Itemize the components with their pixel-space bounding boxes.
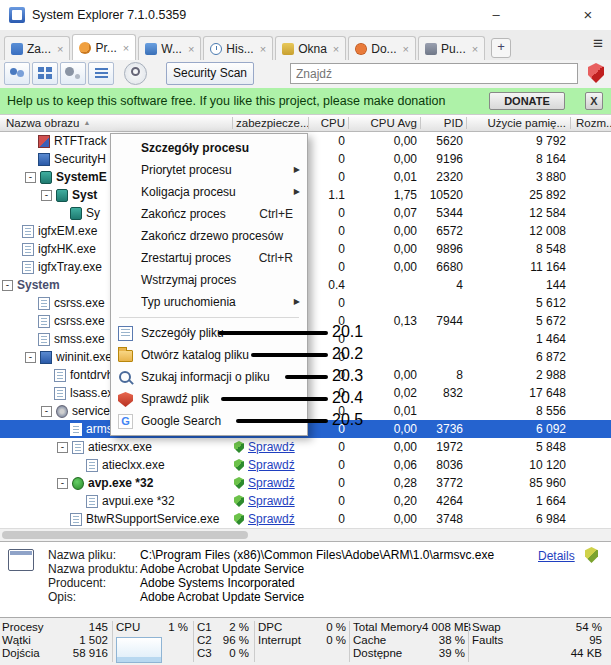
menu-item[interactable]: Szczegóły procesu	[111, 137, 307, 159]
menu-separator	[119, 317, 299, 318]
column-header-size[interactable]: Rozm...	[576, 115, 611, 131]
close-button[interactable]: ×	[565, 0, 611, 30]
process-name: Sy	[86, 206, 100, 220]
tab-close-icon[interactable]: ×	[57, 43, 63, 55]
annotation-line	[221, 397, 328, 401]
security-scan-button[interactable]: Security Scan	[166, 62, 254, 85]
tab-label: Okna	[298, 42, 327, 56]
column-header-name[interactable]: Nazwa obrazu▲	[6, 115, 90, 131]
status-value: 96 %	[223, 634, 249, 647]
tab-close-icon[interactable]: ×	[188, 43, 194, 55]
tasks-button[interactable]	[88, 62, 114, 85]
status-value: 1 %	[168, 621, 188, 634]
tree-collapse-toggle[interactable]: -	[57, 478, 68, 489]
tab-do[interactable]: Do...×	[348, 36, 416, 61]
horizontal-scrollbar[interactable]	[0, 528, 611, 541]
cell-memory: 12 584	[496, 204, 566, 222]
cell-pid: 8036	[403, 456, 463, 474]
annotation-label: 20.3	[332, 367, 363, 385]
users-button[interactable]	[4, 62, 30, 85]
tree-indent	[0, 447, 57, 448]
minimize-button[interactable]: –	[473, 0, 519, 30]
tree-indent	[0, 411, 41, 412]
status-label: Faults	[472, 634, 503, 647]
process-name: igfxHK.exe	[38, 242, 96, 256]
column-header-cpu-avg[interactable]: CPU Avg	[350, 115, 417, 131]
tab-his[interactable]: His...×	[203, 36, 273, 61]
app-red-icon	[38, 135, 50, 148]
verify-link[interactable]: Sprawdź	[248, 512, 295, 526]
column-header-cpu[interactable]: CPU	[308, 115, 345, 131]
status-separator	[112, 621, 113, 662]
process-row[interactable]: -atiesrxx.exeSprawdź00,0019725 848	[0, 438, 611, 456]
annotation-label: 20.4	[332, 389, 363, 407]
verify-link[interactable]: Sprawdź	[248, 494, 295, 508]
search-input[interactable]	[290, 63, 578, 84]
menu-item[interactable]: Priorytet procesu▶	[111, 159, 307, 181]
column-header-pid[interactable]: PID	[422, 115, 463, 131]
tab-close-icon[interactable]: ×	[403, 43, 409, 55]
tab-okna[interactable]: Okna×	[275, 36, 346, 61]
tab-close-icon[interactable]: ×	[472, 43, 478, 55]
tree-collapse-toggle[interactable]: -	[41, 190, 52, 201]
tab-pr[interactable]: Pr...×	[72, 34, 136, 61]
verify-link[interactable]: Sprawdź	[248, 440, 295, 454]
tab-close-icon[interactable]: ×	[123, 42, 129, 54]
autorun-tab-icon	[425, 43, 437, 55]
menu-item-label: Typ uruchomienia	[141, 295, 236, 309]
tab-close-icon[interactable]: ×	[333, 43, 339, 55]
app-teal-icon	[40, 171, 52, 184]
cell-cpu: 0	[295, 474, 345, 492]
donation-close-button[interactable]: X	[585, 92, 603, 110]
scrollbar-thumb[interactable]	[2, 531, 248, 539]
process-row[interactable]: atieclxx.exeSprawdź00,06803610 120	[0, 456, 611, 474]
cell-cpu: 0	[295, 510, 345, 528]
title-bar: System Explorer 7.1.0.5359 – ×	[0, 0, 611, 30]
security-cell: Sprawdź	[234, 492, 295, 510]
cell-memory: 8 556	[496, 402, 566, 420]
process-row[interactable]: BtwRSupportService.exeSprawdź00,0037486 …	[0, 510, 611, 528]
tree-collapse-toggle[interactable]: -	[25, 352, 36, 363]
column-header-security[interactable]: zabezpiecze...	[236, 115, 310, 131]
menu-item[interactable]: Wstrzymaj proces	[111, 269, 307, 291]
cell-cpu: 0	[295, 456, 345, 474]
cell-memory: 10 120	[496, 456, 566, 474]
status-label: Procesy	[2, 621, 44, 634]
status-value: 2 %	[229, 621, 249, 634]
tree-collapse-toggle[interactable]: -	[41, 406, 52, 417]
tree-indent	[0, 177, 25, 178]
tab-menu-icon[interactable]: ≡	[593, 34, 603, 54]
menu-item[interactable]: Szukaj informacji o pliku	[111, 366, 307, 388]
add-tab-button[interactable]: +	[491, 38, 511, 58]
status-label: Wątki	[2, 634, 31, 647]
menu-item[interactable]: Zrestartuj procesCtrl+R	[111, 247, 307, 269]
process-row[interactable]: avpui.exe *32Sprawdź00,2042641 664	[0, 492, 611, 510]
tree-collapse-toggle[interactable]: -	[57, 442, 68, 453]
verify-link[interactable]: Sprawdź	[248, 476, 295, 490]
tree-collapse-toggle[interactable]: -	[25, 172, 36, 183]
verify-link[interactable]: Sprawdź	[248, 458, 295, 472]
menu-item[interactable]: Zakończ drzewo procesów	[111, 225, 307, 247]
details-link[interactable]: Details	[538, 549, 575, 563]
tab-pu[interactable]: Pu...×	[418, 36, 485, 61]
process-row[interactable]: -avp.exe *32Sprawdź00,28377285 960	[0, 474, 611, 492]
menu-item[interactable]: Zakończ procesCtrl+E	[111, 203, 307, 225]
process-tab-icon	[79, 42, 91, 54]
settings-button[interactable]	[124, 62, 147, 85]
modules-button[interactable]	[32, 62, 58, 85]
tab-close-icon[interactable]: ×	[260, 43, 266, 55]
menu-item-label: Szczegóły procesu	[141, 141, 249, 155]
security-shield-icon[interactable]	[588, 63, 604, 83]
tab-w[interactable]: W...×	[138, 36, 201, 61]
annotation-line	[236, 419, 328, 423]
app-blue-icon	[38, 153, 50, 166]
tree-indent	[0, 231, 22, 232]
column-header-memory[interactable]: Użycie pamię...	[468, 115, 566, 131]
tab-za[interactable]: Za...×	[4, 36, 70, 61]
donate-button[interactable]: DONATE	[489, 92, 565, 110]
menu-item-label: Koligacja procesu	[141, 185, 236, 199]
tree-collapse-toggle[interactable]: -	[2, 280, 13, 291]
menu-item[interactable]: Typ uruchomienia▶	[111, 291, 307, 313]
services-button[interactable]	[60, 62, 86, 85]
menu-item[interactable]: Koligacja procesu▶	[111, 181, 307, 203]
